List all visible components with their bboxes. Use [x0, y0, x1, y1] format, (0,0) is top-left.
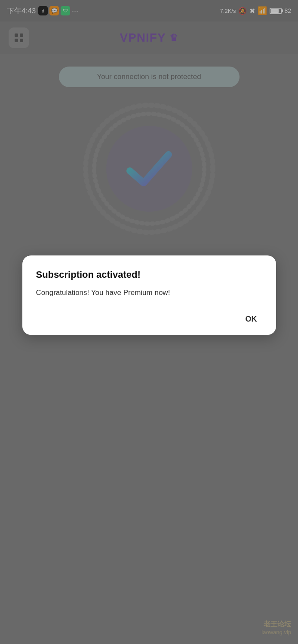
dialog-title: Subscription activated!: [36, 269, 262, 280]
dialog-overlay: Subscription activated! Congratulations!…: [0, 0, 298, 644]
dialog-message: Congratulations! You have Premium now!: [36, 287, 262, 298]
dialog-actions: OK: [36, 312, 262, 326]
subscription-dialog: Subscription activated! Congratulations!…: [22, 255, 276, 335]
ok-button[interactable]: OK: [240, 312, 262, 326]
